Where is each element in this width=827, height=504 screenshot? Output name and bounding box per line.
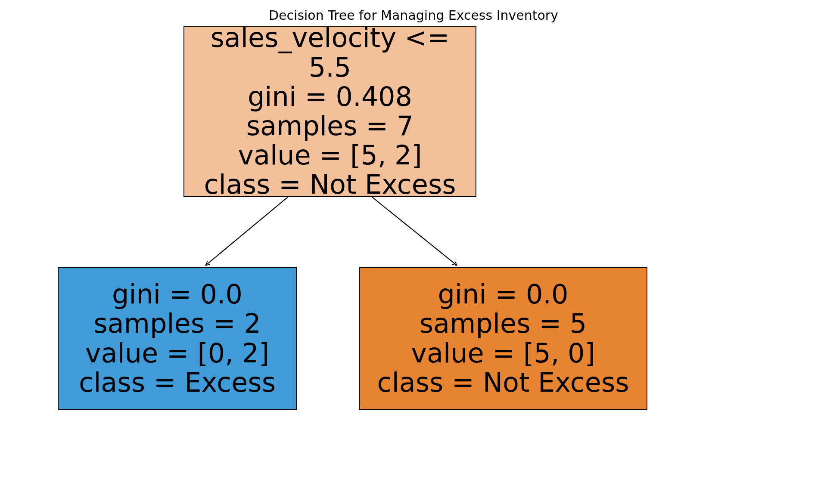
svg-line-1 <box>372 197 457 265</box>
node-gini: gini = 0.0 <box>112 280 243 309</box>
tree-node-root: sales_velocity <= 5.5 gini = 0.408 sampl… <box>183 26 476 197</box>
node-value: value = [0, 2] <box>85 339 269 368</box>
tree-node-right-leaf: gini = 0.0 samples = 5 value = [5, 0] cl… <box>359 267 647 410</box>
svg-line-0 <box>206 197 288 265</box>
node-value: value = [5, 2] <box>238 141 422 170</box>
node-class: class = Not Excess <box>204 170 456 199</box>
tree-node-left-leaf: gini = 0.0 samples = 2 value = [0, 2] cl… <box>58 267 297 410</box>
node-condition: sales_velocity <= 5.5 <box>193 23 467 82</box>
node-samples: samples = 2 <box>93 309 261 338</box>
node-samples: samples = 7 <box>246 111 414 141</box>
decision-tree-diagram: Decision Tree for Managing Excess Invent… <box>0 0 827 504</box>
node-value: value = [5, 0] <box>411 339 595 368</box>
node-samples: samples = 5 <box>420 309 587 338</box>
node-class: class = Excess <box>79 368 276 397</box>
node-gini: gini = 0.0 <box>438 280 568 309</box>
diagram-title: Decision Tree for Managing Excess Invent… <box>0 8 827 23</box>
node-class: class = Not Excess <box>377 368 629 397</box>
node-gini: gini = 0.408 <box>248 82 412 111</box>
